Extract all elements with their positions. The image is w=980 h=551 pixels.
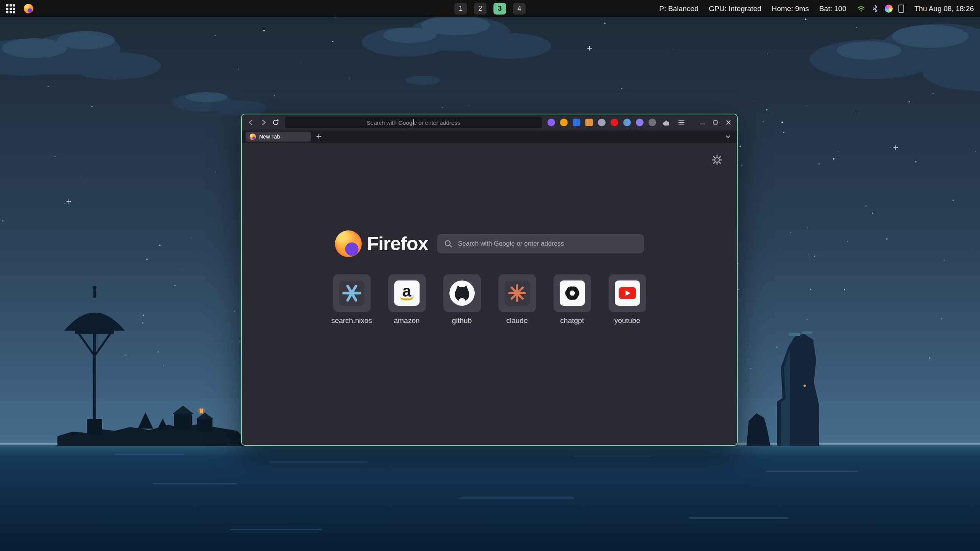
window-controls (697, 117, 734, 128)
github-octocat-icon (449, 280, 475, 306)
shortcut-label: search.nixos (331, 316, 372, 325)
ping-status: Home: 9ms (772, 5, 809, 13)
close-button[interactable] (723, 117, 734, 128)
forward-button[interactable] (257, 116, 270, 129)
claude-starburst-icon (505, 280, 530, 306)
gpu-status: GPU: Integrated (709, 5, 761, 13)
list-all-tabs-chevron-icon[interactable] (723, 132, 733, 142)
shortcut-label: github (452, 316, 472, 325)
shortcut-tiles: search.nixos a amazon github (242, 274, 737, 325)
extension-icon-9[interactable] (648, 119, 656, 126)
firefox-icon (24, 4, 33, 13)
newtab-search-input[interactable] (437, 234, 644, 253)
shortcut-label: amazon (394, 316, 420, 325)
navigation-toolbar (242, 114, 737, 130)
wifi-icon[interactable] (857, 5, 866, 13)
new-tab-button[interactable] (314, 132, 324, 142)
tablet-icon[interactable] (898, 5, 904, 13)
maximize-button[interactable] (710, 117, 721, 128)
workspace-switcher: 1 2 3 4 (454, 3, 526, 15)
shortcut-search-nixos[interactable]: search.nixos (329, 274, 375, 325)
workspace-button-2[interactable]: 2 (474, 3, 487, 15)
extension-toolbar (545, 119, 658, 126)
extensions-puzzle-icon[interactable] (660, 116, 672, 129)
clock[interactable]: Thu Aug 08, 18:26 (915, 5, 974, 13)
tab-new-tab[interactable]: New Tab (246, 132, 311, 142)
nixos-snowflake-icon (339, 280, 364, 306)
text-caret (413, 119, 414, 126)
new-tab-page: Firefox se (242, 143, 737, 445)
power-profile-status: P: Balanced (659, 5, 698, 13)
reload-button[interactable] (270, 116, 282, 129)
personalize-gear-icon[interactable] (712, 155, 722, 165)
shortcut-amazon[interactable]: a amazon (384, 274, 430, 325)
shortcut-github[interactable]: github (439, 274, 485, 325)
apps-grid-icon (6, 4, 15, 13)
color-profile-icon[interactable] (885, 5, 893, 13)
url-bar (285, 117, 542, 128)
firefox-logo (335, 230, 362, 257)
amazon-smile-icon (400, 295, 414, 300)
firefox-wordmark: Firefox (367, 233, 428, 255)
bluetooth-icon[interactable] (871, 5, 879, 13)
system-tray (857, 5, 904, 13)
newtab-search-bar (437, 234, 644, 253)
firefox-taskbar-icon[interactable] (24, 4, 33, 13)
firefox-window: New Tab Firefox (241, 114, 738, 446)
status-bar: 1 2 3 4 P: Balanced GPU: Integrated Home… (0, 0, 980, 17)
workspace-button-3[interactable]: 3 (493, 3, 506, 15)
tab-bar: New Tab (242, 130, 737, 143)
tab-title: New Tab (259, 134, 280, 140)
extension-icon-3[interactable] (573, 119, 580, 126)
extension-icon-6[interactable] (611, 119, 618, 126)
back-button[interactable] (245, 116, 257, 129)
extension-icon-1[interactable] (547, 119, 555, 126)
extension-icon-8[interactable] (636, 119, 644, 126)
youtube-play-icon (619, 287, 636, 299)
shortcut-label: youtube (614, 316, 640, 325)
shortcut-label: claude (506, 316, 528, 325)
shortcut-youtube[interactable]: youtube (604, 274, 650, 325)
shortcut-label: chatgpt (560, 316, 584, 325)
menu-hamburger-icon[interactable] (675, 116, 688, 129)
extension-icon-4[interactable] (585, 119, 593, 126)
tab-favicon-firefox (250, 134, 256, 140)
minimize-button[interactable] (697, 117, 708, 128)
shortcut-chatgpt[interactable]: chatgpt (549, 274, 595, 325)
extension-icon-5[interactable] (598, 119, 606, 126)
extension-icon-2[interactable] (560, 119, 568, 126)
openai-knot-icon (560, 280, 585, 306)
battery-status: Bat: 100 (819, 5, 846, 13)
shortcut-claude[interactable]: claude (494, 274, 540, 325)
workspace-button-1[interactable]: 1 (454, 3, 467, 15)
workspace-button-4[interactable]: 4 (513, 3, 526, 15)
app-launcher-button[interactable] (6, 4, 15, 13)
search-icon (444, 240, 452, 248)
extension-icon-7[interactable] (623, 119, 631, 126)
